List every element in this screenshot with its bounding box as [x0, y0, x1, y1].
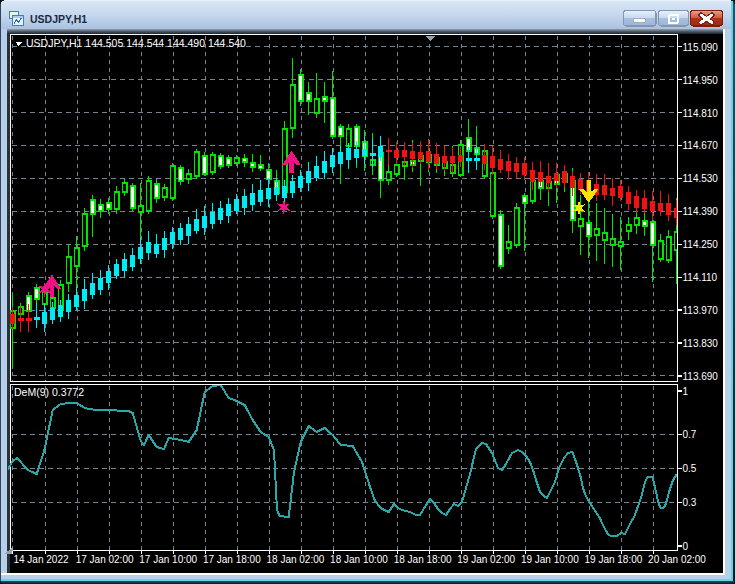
svg-text:20 Jan 02:00: 20 Jan 02:00	[648, 554, 706, 565]
svg-text:114.670: 114.670	[683, 140, 719, 151]
svg-text:DeM(9) 0.3772: DeM(9) 0.3772	[14, 386, 84, 398]
svg-text:18 Jan 18:00: 18 Jan 18:00	[394, 554, 452, 565]
svg-text:17 Jan 18:00: 17 Jan 18:00	[203, 554, 261, 565]
svg-text:17 Jan 10:00: 17 Jan 10:00	[139, 554, 197, 565]
svg-text:0.5: 0.5	[683, 463, 697, 474]
svg-text:19 Jan 10:00: 19 Jan 10:00	[521, 554, 579, 565]
svg-text:113.690: 113.690	[683, 371, 719, 382]
svg-text:18 Jan 10:00: 18 Jan 10:00	[330, 554, 388, 565]
svg-text:113.830: 113.830	[683, 338, 719, 349]
svg-text:1: 1	[683, 386, 689, 397]
svg-text:114.530: 114.530	[683, 173, 719, 184]
svg-text:114.250: 114.250	[683, 239, 719, 250]
svg-text:114.810: 114.810	[683, 108, 719, 119]
svg-text:0.3: 0.3	[683, 497, 697, 508]
svg-text:19 Jan 02:00: 19 Jan 02:00	[457, 554, 515, 565]
svg-text:0: 0	[683, 541, 689, 552]
svg-text:0.7: 0.7	[683, 429, 697, 440]
svg-text:115.090: 115.090	[683, 42, 719, 53]
svg-text:USDJPY,H1 144.505 144.544 144.: USDJPY,H1 144.505 144.544 144.490 144.54…	[26, 37, 246, 49]
svg-text:18 Jan 02:00: 18 Jan 02:00	[266, 554, 324, 565]
svg-text:USDJPY,H1: USDJPY,H1	[30, 13, 87, 25]
svg-text:14 Jan 2022: 14 Jan 2022	[13, 554, 68, 565]
svg-text:19 Jan 18:00: 19 Jan 18:00	[584, 554, 642, 565]
svg-text:113.970: 113.970	[683, 305, 719, 316]
svg-text:114.110: 114.110	[683, 272, 718, 283]
svg-text:17 Jan 02:00: 17 Jan 02:00	[76, 554, 134, 565]
svg-text:114.950: 114.950	[683, 75, 719, 86]
svg-text:114.390: 114.390	[683, 206, 719, 217]
